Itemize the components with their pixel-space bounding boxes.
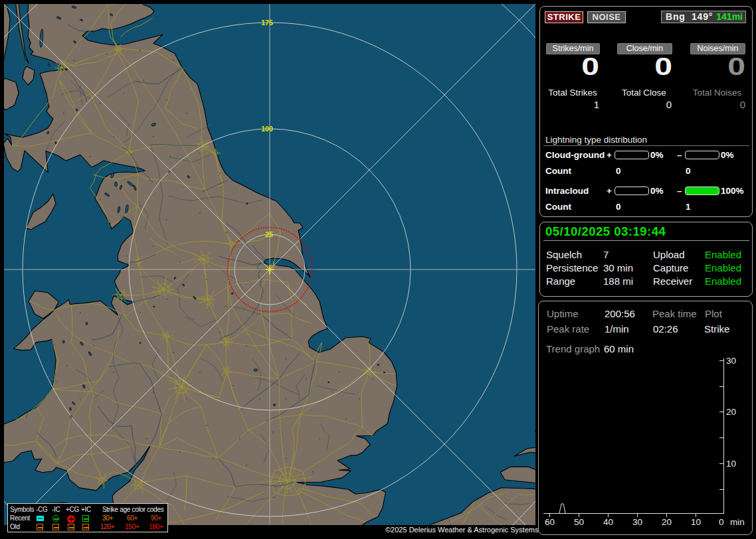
svg-text:20: 20 (726, 407, 736, 417)
svg-text:min: min (730, 517, 745, 527)
svg-text:10: 10 (726, 459, 736, 469)
svg-text:60: 60 (545, 517, 555, 527)
svg-text:0: 0 (719, 517, 724, 527)
svg-text:175: 175 (261, 19, 273, 27)
svg-text:50: 50 (574, 517, 584, 527)
svg-text:25: 25 (265, 230, 273, 238)
svg-text:30: 30 (632, 517, 642, 527)
svg-text:20: 20 (662, 517, 672, 527)
svg-text:100: 100 (261, 125, 273, 133)
svg-text:30: 30 (726, 356, 736, 366)
svg-text:40: 40 (603, 517, 613, 527)
svg-text:10: 10 (691, 517, 701, 527)
